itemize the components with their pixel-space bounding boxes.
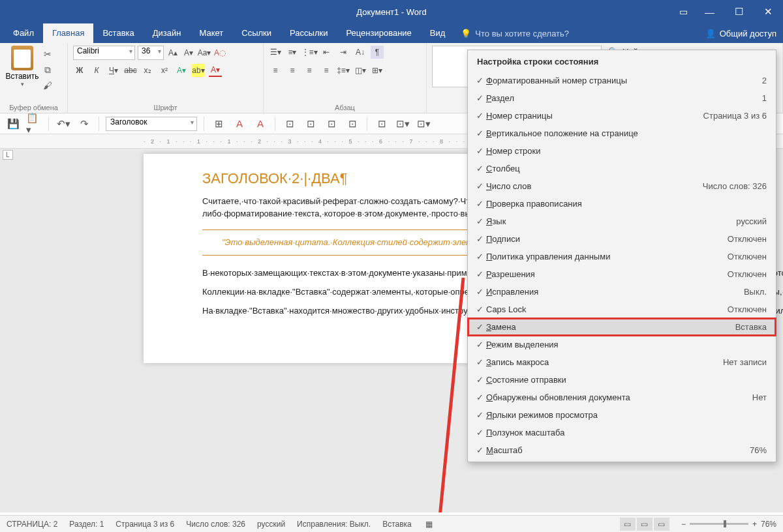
copy-button[interactable]: ⧉ (42, 64, 54, 76)
ctx-item-20[interactable]: ✓Ползунок масштаба (468, 424, 776, 441)
zoom-control[interactable]: − + 76% (681, 520, 776, 529)
format-painter-button[interactable]: 🖌 (42, 80, 54, 91)
zoom-out-button[interactable]: − (681, 520, 686, 529)
view-print-button[interactable]: ▭ (637, 518, 652, 531)
font-name-combo[interactable]: Calibri (73, 46, 135, 60)
ctx-item-8[interactable]: ✓Языкрусский (468, 213, 776, 230)
ctx-item-11[interactable]: ✓РазрешенияОтключен (468, 265, 776, 283)
ctx-item-4[interactable]: ✓Номер строки (468, 142, 776, 160)
close-button[interactable]: ✕ (754, 0, 783, 23)
qat-btn-1[interactable]: ⊞ (211, 118, 226, 130)
qat-btn-6[interactable]: ⊡ (324, 118, 339, 130)
tab-view[interactable]: Вид (421, 23, 455, 43)
text-effects-button[interactable]: A▾ (175, 64, 188, 77)
ctx-item-17[interactable]: ✓Состояние отправки (468, 371, 776, 389)
zoom-in-button[interactable]: + (752, 520, 757, 529)
underline-button[interactable]: Ч▾ (107, 64, 120, 77)
ctx-item-5[interactable]: ✓Столбец (468, 160, 776, 177)
qat-btn-7[interactable]: ⊡ (345, 118, 360, 130)
subscript-button[interactable]: x₂ (141, 64, 154, 77)
save-button[interactable]: 💾 (5, 118, 21, 130)
status-bar[interactable]: СТРАНИЦА: 2 Раздел: 1 Страница 3 из 6 Чи… (0, 515, 783, 532)
decrease-indent-button[interactable]: ⇤ (320, 46, 333, 59)
tab-file[interactable]: Файл (4, 23, 43, 43)
cut-button[interactable]: ✂ (42, 48, 54, 60)
ctx-item-12[interactable]: ✓ИсправленияВыкл. (468, 283, 776, 301)
borders-button[interactable]: ⊞▾ (371, 64, 384, 77)
tell-me-search[interactable]: 💡 Что вы хотите сделать? (461, 29, 569, 38)
superscript-button[interactable]: x² (158, 64, 171, 77)
ctx-item-7[interactable]: ✓Проверка правописания (468, 195, 776, 213)
paste-button[interactable]: Вставить ▾ (5, 46, 39, 102)
ctx-item-15[interactable]: ✓Режим выделения (468, 336, 776, 353)
zoom-value[interactable]: 76% (761, 520, 776, 529)
ctx-item-2[interactable]: ✓Номер страницыСтраница 3 из 6 (468, 107, 776, 125)
ctx-item-9[interactable]: ✓ПодписиОтключен (468, 230, 776, 248)
undo-button[interactable]: ↶▾ (55, 118, 71, 130)
status-page[interactable]: СТРАНИЦА: 2 (7, 520, 57, 529)
strike-button[interactable]: abc (124, 64, 137, 77)
shading-button[interactable]: ◫▾ (354, 64, 367, 77)
highlight-button[interactable]: ab▾ (192, 64, 205, 77)
multilevel-button[interactable]: ⋮≡▾ (303, 46, 316, 59)
ctx-item-6[interactable]: ✓Число словЧисло слов: 326 (468, 177, 776, 195)
tab-review[interactable]: Рецензирование (337, 23, 420, 43)
status-pageof[interactable]: Страница 3 из 6 (115, 520, 174, 529)
grow-font-button[interactable]: A▴ (166, 46, 179, 59)
qat-btn-4[interactable]: ⊡ (282, 118, 298, 130)
justify-button[interactable]: ≡ (320, 64, 333, 77)
status-lang[interactable]: русский (257, 520, 285, 529)
minimize-button[interactable]: — (695, 0, 724, 23)
share-button[interactable]: 👤 Общий доступ (705, 29, 776, 38)
align-right-button[interactable]: ≡ (303, 64, 316, 77)
tab-home[interactable]: Главная (43, 23, 93, 43)
ctx-item-21[interactable]: ✓Масштаб76% (468, 441, 776, 459)
italic-button[interactable]: К (90, 64, 103, 77)
ctx-item-1[interactable]: ✓Раздел1 (468, 89, 776, 107)
qat-btn-9[interactable]: ⊡▾ (395, 118, 410, 130)
status-macro-icon[interactable]: ▦ (423, 518, 435, 530)
line-spacing-button[interactable]: ‡≡▾ (337, 64, 350, 77)
qat-btn-3[interactable]: A (253, 118, 268, 130)
tab-layout[interactable]: Макет (190, 23, 232, 43)
view-read-button[interactable]: ▭ (620, 518, 636, 531)
numbering-button[interactable]: ≡▾ (286, 46, 299, 59)
bullets-button[interactable]: ☰▾ (269, 46, 282, 59)
redo-button[interactable]: ↷ (76, 118, 92, 130)
maximize-button[interactable]: ☐ (724, 0, 754, 23)
align-center-button[interactable]: ≡ (286, 64, 299, 77)
tab-insert[interactable]: Вставка (93, 23, 143, 43)
view-web-button[interactable]: ▭ (654, 518, 669, 531)
font-size-combo[interactable]: 36 (138, 46, 164, 60)
qat-btn-5[interactable]: ⊡ (303, 118, 318, 130)
qat-btn-10[interactable]: ⊡▾ (416, 118, 431, 130)
change-case-button[interactable]: Aa▾ (198, 46, 211, 59)
shrink-font-button[interactable]: A▾ (182, 46, 195, 59)
ctx-item-19[interactable]: ✓Ярлыки режимов просмотра (468, 406, 776, 424)
tab-design[interactable]: Дизайн (144, 23, 191, 43)
increase-indent-button[interactable]: ⇥ (337, 46, 350, 59)
ctx-item-0[interactable]: ✓Форматированный номер страницы2 (468, 72, 776, 89)
qat-btn-2[interactable]: A (232, 118, 247, 130)
ribbon-options-icon[interactable]: ▭ (671, 0, 695, 23)
ctx-item-14[interactable]: ✓ЗаменаВставка (468, 318, 776, 336)
align-left-button[interactable]: ≡ (269, 64, 282, 77)
status-insert[interactable]: Вставка (382, 520, 412, 529)
style-combo[interactable]: Заголовок (106, 117, 197, 131)
ctx-item-13[interactable]: ✓Caps LockОтключен (468, 301, 776, 318)
ctx-item-16[interactable]: ✓Запись макросаНет записи (468, 353, 776, 371)
bold-button[interactable]: Ж (73, 64, 86, 77)
font-color-button[interactable]: A▾ (209, 64, 222, 77)
tab-mailings[interactable]: Рассылки (281, 23, 337, 43)
sort-button[interactable]: A↓ (354, 46, 367, 59)
clear-format-button[interactable]: A◌ (213, 46, 226, 59)
ctx-item-18[interactable]: ✓Обнаружены обновления документаНет (468, 389, 776, 406)
ctx-item-10[interactable]: ✓Политика управления даннымиОтключен (468, 248, 776, 265)
show-marks-button[interactable]: ¶ (371, 46, 384, 59)
qat-paste-button[interactable]: 📋▾ (26, 118, 42, 130)
zoom-slider[interactable] (690, 523, 748, 525)
status-section[interactable]: Раздел: 1 (69, 520, 104, 529)
qat-btn-8[interactable]: ⊡ (374, 118, 390, 130)
status-track[interactable]: Исправления: Выкл. (297, 520, 371, 529)
status-words[interactable]: Число слов: 326 (186, 520, 245, 529)
